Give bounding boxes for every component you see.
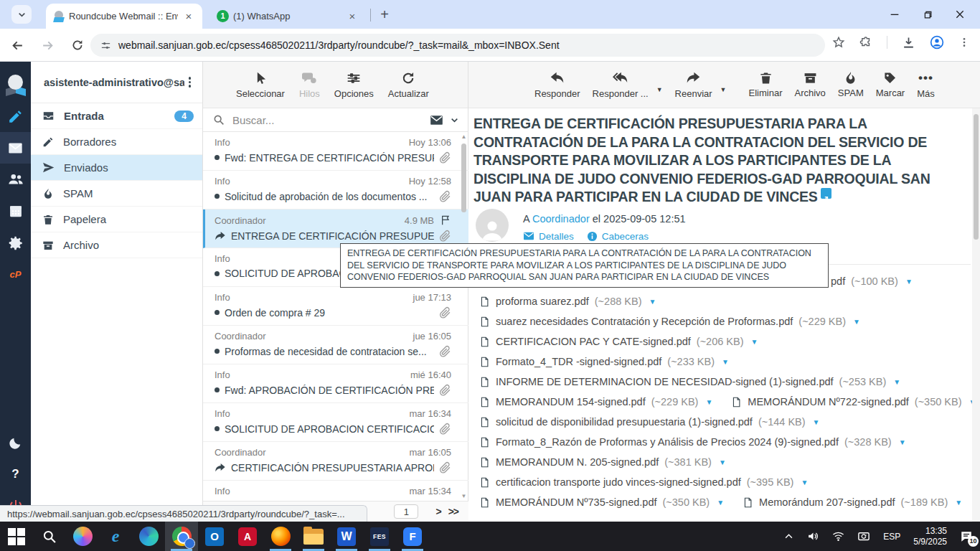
attachment-caret-icon[interactable]: ▼ xyxy=(751,338,758,346)
mark-button[interactable]: Marcar xyxy=(876,71,905,98)
address-bar[interactable]: webmail.sanjuan.gob.ec/cpsess4685020211/… xyxy=(90,34,825,57)
message-row[interactable]: Coordinadorjue 16:05 Proformas de necesi… xyxy=(203,326,468,364)
downloads-icon[interactable] xyxy=(902,36,915,50)
profile-icon[interactable] xyxy=(930,35,944,50)
scrollbar-thumb[interactable] xyxy=(974,114,979,240)
taskbar-clock[interactable]: 13:35 5/9/2025 xyxy=(913,526,947,547)
folder-enviados[interactable]: Enviados xyxy=(31,155,202,181)
flag-icon[interactable] xyxy=(440,215,451,226)
acrobat-button[interactable]: A xyxy=(231,522,264,551)
attachment-caret-icon[interactable]: ▼ xyxy=(853,318,860,326)
message-row-selected[interactable]: Coordinador4.9 MB ENTREGA DE CERTIFICACI… xyxy=(203,209,468,248)
edge-button[interactable] xyxy=(132,522,165,551)
headers-link[interactable]: Cabeceras xyxy=(587,231,649,242)
word-button[interactable]: W xyxy=(330,522,363,551)
taskbar-search-button[interactable] xyxy=(33,522,66,551)
recipient-link[interactable]: Coordinador xyxy=(532,213,590,225)
message-row[interactable]: Infojue 17:13 Orden de compra # 29 xyxy=(203,287,468,326)
tab-close-icon[interactable]: × xyxy=(346,10,359,23)
copilot-button[interactable] xyxy=(66,522,99,551)
search-chevron-icon[interactable] xyxy=(450,116,459,125)
message-row[interactable]: InfoHoy 13:06 Fwd: ENTREGA DE CERTIFICAC… xyxy=(203,132,468,171)
contacts-nav-button[interactable] xyxy=(0,164,31,195)
site-settings-icon[interactable] xyxy=(100,40,111,51)
minimize-icon[interactable] xyxy=(889,9,900,20)
attachment-link[interactable]: CERTIFICACION PAC Y CATE-signed.pdf(~206… xyxy=(479,336,758,348)
attachment-link[interactable]: MEMORÁNDUM Nº735-signed.pdf(~350 KB)▼ xyxy=(479,496,724,509)
attachment-link[interactable]: certificacion transporte judo vinces-sig… xyxy=(479,476,808,489)
attachment-caret-icon[interactable]: ▼ xyxy=(705,398,712,406)
reply-all-caret-icon[interactable]: ▼ xyxy=(656,86,663,93)
language-indicator[interactable]: ESP xyxy=(883,532,900,542)
tab-search-button[interactable] xyxy=(11,5,32,24)
attachment-link[interactable]: MEMORÁNDUM Nº722-signed.pdf(~350 KB)▼ xyxy=(731,396,976,408)
threads-button[interactable]: Hilos xyxy=(299,71,320,99)
refresh-button[interactable]: Actualizar xyxy=(388,71,429,99)
folder-borradores[interactable]: Borradores xyxy=(31,129,202,155)
calendar-nav-button[interactable] xyxy=(0,195,31,227)
reply-button[interactable]: Responder xyxy=(534,70,580,99)
attachment-link[interactable]: pdf(~100 KB)▼ xyxy=(831,276,913,287)
attachment-caret-icon[interactable]: ▼ xyxy=(899,438,906,446)
attachment-caret-icon[interactable]: ▼ xyxy=(893,378,900,386)
attachment-caret-icon[interactable]: ▼ xyxy=(719,458,726,466)
f-app-button[interactable]: F xyxy=(396,522,429,551)
back-icon[interactable] xyxy=(7,35,27,55)
tab-whatsapp[interactable]: 1 (1) WhatsApp × xyxy=(209,4,366,29)
more-button[interactable]: ••• Más xyxy=(917,71,935,99)
delete-button[interactable]: Eliminar xyxy=(749,71,783,98)
select-button[interactable]: Seleccionar xyxy=(236,71,285,99)
scrollbar-thumb[interactable] xyxy=(461,143,466,212)
attachment-link[interactable]: Memorándum 207-signed.pdf(~189 KB)▼ xyxy=(743,496,962,509)
open-in-new-window-icon[interactable] xyxy=(821,188,831,199)
internet-explorer-button[interactable]: e xyxy=(99,522,132,551)
attachment-link[interactable]: solicitud de disponibilidad presupuestar… xyxy=(479,416,820,428)
volume-icon[interactable] xyxy=(807,530,819,542)
attachment-link[interactable]: suarez necesidades Contratación y Recepc… xyxy=(479,316,860,328)
next-page-button[interactable]: > xyxy=(435,506,440,517)
forward-button[interactable]: Reenviar xyxy=(675,70,712,99)
fes-app-button[interactable]: FES xyxy=(363,522,396,551)
outlook-button[interactable]: O xyxy=(198,522,231,551)
mail-nav-button[interactable] xyxy=(0,132,31,164)
tab-close-icon[interactable]: × xyxy=(182,10,195,23)
reply-all-button[interactable]: Responder ... xyxy=(593,70,649,99)
help-button[interactable]: ? xyxy=(0,458,31,490)
archive-button[interactable]: Archivo xyxy=(795,71,826,98)
close-icon[interactable] xyxy=(954,9,966,20)
attachment-caret-icon[interactable]: ▼ xyxy=(801,479,808,486)
attachment-caret-icon[interactable]: ▼ xyxy=(722,358,729,366)
search-scope-icon[interactable] xyxy=(430,113,443,127)
browser-menu-icon[interactable] xyxy=(958,37,970,48)
attachment-link[interactable]: Formato_8_Razón de Proformas y Análisis … xyxy=(479,436,906,448)
message-row[interactable]: Infomar 15:34 xyxy=(203,481,468,501)
firefox-button[interactable] xyxy=(264,522,297,551)
compose-button[interactable] xyxy=(0,100,31,132)
bookmark-star-icon[interactable] xyxy=(832,36,845,49)
forward-caret-icon[interactable]: ▼ xyxy=(720,86,727,93)
list-scrollbar[interactable]: ▲ ▼ xyxy=(461,133,467,499)
attachment-link[interactable]: proforma suarez.pdf(~288 KB)▼ xyxy=(479,296,656,308)
cast-icon[interactable] xyxy=(857,530,870,543)
wifi-icon[interactable] xyxy=(832,530,844,542)
file-explorer-button[interactable] xyxy=(297,522,330,551)
reader-scrollbar[interactable] xyxy=(972,108,980,522)
spam-button[interactable]: SPAM xyxy=(838,71,864,98)
options-button[interactable]: Opciones xyxy=(334,71,374,99)
attachment-link[interactable]: INFORME DE DETERMINACION DE NECESIDAD-si… xyxy=(479,376,900,388)
start-button[interactable] xyxy=(0,522,33,551)
attachment-link[interactable]: MEMORANDUM 154-signed.pdf(~229 KB)▼ xyxy=(479,396,712,408)
message-row[interactable]: Infomié 16:40 Fwd: APROBACIÓN DE CERTIFI… xyxy=(203,364,468,403)
tray-chevron-up-icon[interactable] xyxy=(783,531,794,542)
dark-mode-icon[interactable] xyxy=(0,427,31,458)
extensions-icon[interactable] xyxy=(859,36,872,49)
last-page-button[interactable]: >> xyxy=(448,506,458,517)
attachment-caret-icon[interactable]: ▼ xyxy=(955,499,962,507)
attachment-link[interactable]: Formato_4_TDR -signed-signed.pdf(~233 KB… xyxy=(479,356,729,368)
attachment-caret-icon[interactable]: ▼ xyxy=(717,499,724,507)
details-link[interactable]: Detalles xyxy=(523,230,574,242)
cpanel-button[interactable]: cP xyxy=(0,258,31,290)
chrome-button[interactable] xyxy=(165,522,198,551)
new-tab-button[interactable]: + xyxy=(376,6,393,24)
attachment-caret-icon[interactable]: ▼ xyxy=(905,278,913,286)
